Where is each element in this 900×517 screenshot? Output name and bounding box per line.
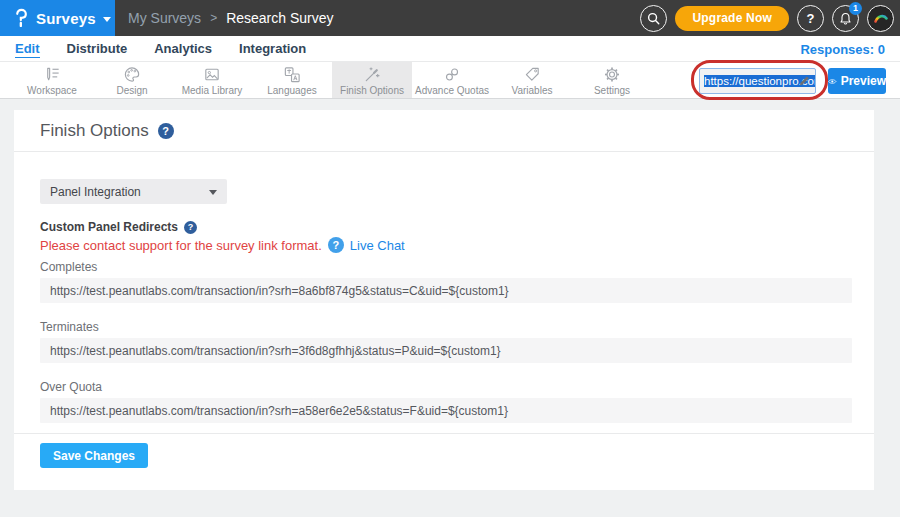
finish-options-panel: Finish Options ? Panel Integration Custo… xyxy=(14,110,874,490)
upgrade-button[interactable]: Upgrade Now xyxy=(675,6,789,31)
nav-tab-integration[interactable]: Integration xyxy=(239,39,306,58)
chevron-down-icon xyxy=(209,190,217,195)
topbar: Surveys My Surveys > Research Survey Upg… xyxy=(0,0,900,36)
toolbar-item-advance-quotas[interactable]: Advance Quotas xyxy=(412,62,492,98)
breadcrumb-current-survey: Research Survey xyxy=(226,10,333,26)
chevron-down-icon xyxy=(103,17,111,22)
search-icon xyxy=(646,11,661,26)
search-button[interactable] xyxy=(640,5,667,32)
card-footer: Save Changes xyxy=(14,433,874,468)
card-header: Finish Options ? xyxy=(14,110,874,152)
terminates-input[interactable]: https://test.peanutlabs.com/transaction/… xyxy=(40,338,852,363)
languages-icon xyxy=(282,65,302,84)
nav-tabs: Edit Distribute Analytics Integration xyxy=(15,39,306,58)
breadcrumb-separator: > xyxy=(210,11,217,25)
finish-options-help-icon[interactable]: ? xyxy=(158,123,174,139)
breadcrumb: My Surveys > Research Survey xyxy=(128,10,334,26)
media-library-icon xyxy=(202,65,222,84)
completes-label: Completes xyxy=(40,260,852,274)
completes-input[interactable]: https://test.peanutlabs.com/transaction/… xyxy=(40,278,852,303)
settings-icon xyxy=(602,65,622,84)
save-button[interactable]: Save Changes xyxy=(40,443,148,468)
terminates-label: Terminates xyxy=(40,320,852,334)
live-chat-help-icon[interactable]: ? xyxy=(328,237,344,253)
over-quota-input[interactable]: https://test.peanutlabs.com/transaction/… xyxy=(40,398,852,423)
edit-url-pencil-icon[interactable] xyxy=(798,74,811,87)
breadcrumb-my-surveys[interactable]: My Surveys xyxy=(128,10,201,26)
support-note-row: Please contact support for the survey li… xyxy=(40,237,852,253)
nav-tab-analytics[interactable]: Analytics xyxy=(154,39,212,58)
topbar-actions: Upgrade Now ? 1 xyxy=(640,5,900,32)
eye-icon xyxy=(828,76,837,87)
help-button[interactable]: ? xyxy=(797,5,824,32)
card-body: Panel Integration Custom Panel Redirects… xyxy=(14,179,874,423)
product-name: Surveys xyxy=(36,10,96,27)
live-chat-link[interactable]: Live Chat xyxy=(350,238,405,253)
toolbar-item-variables[interactable]: Variables xyxy=(492,62,572,98)
notification-badge: 1 xyxy=(849,2,862,15)
toolbar-item-design[interactable]: Design xyxy=(92,62,172,98)
product-menu[interactable]: Surveys xyxy=(0,0,115,36)
responses-count[interactable]: Responses: 0 xyxy=(800,40,885,57)
toolbar-item-languages[interactable]: Languages xyxy=(252,62,332,98)
custom-panel-redirects-row: Custom Panel Redirects ? xyxy=(40,220,852,234)
workspace-icon xyxy=(42,65,62,84)
panel-type-selected-value: Panel Integration xyxy=(50,185,141,199)
toolbar-item-settings[interactable]: Settings xyxy=(572,62,652,98)
custom-panel-redirects-label: Custom Panel Redirects xyxy=(40,220,178,234)
notifications-button[interactable]: 1 xyxy=(832,5,859,32)
advance-quotas-icon xyxy=(442,65,462,84)
toolbar-item-finish-options[interactable]: Finish Options xyxy=(332,62,412,98)
nav-tab-distribute[interactable]: Distribute xyxy=(67,39,128,58)
help-icon: ? xyxy=(807,11,815,26)
nav-tab-edit[interactable]: Edit xyxy=(15,39,40,58)
toolbar-item-media-library[interactable]: Media Library xyxy=(172,62,252,98)
avatar-swoosh-icon xyxy=(872,9,890,27)
design-icon xyxy=(122,65,142,84)
survey-nav: Edit Distribute Analytics Integration Re… xyxy=(0,36,900,62)
preview-button[interactable]: Preview xyxy=(828,68,886,94)
support-note: Please contact support for the survey li… xyxy=(40,238,322,253)
edit-toolbar: Workspace Design Media Library Languages xyxy=(0,62,900,99)
toolbar-item-workspace[interactable]: Workspace xyxy=(12,62,92,98)
panel-type-select[interactable]: Panel Integration xyxy=(40,179,227,204)
questionpro-logo-icon xyxy=(13,8,29,28)
page-title: Finish Options xyxy=(40,121,149,141)
avatar[interactable] xyxy=(867,5,894,32)
custom-panel-redirects-help-icon[interactable]: ? xyxy=(184,221,197,234)
finish-options-icon xyxy=(362,65,382,84)
variables-icon xyxy=(522,65,542,84)
over-quota-label: Over Quota xyxy=(40,380,852,394)
